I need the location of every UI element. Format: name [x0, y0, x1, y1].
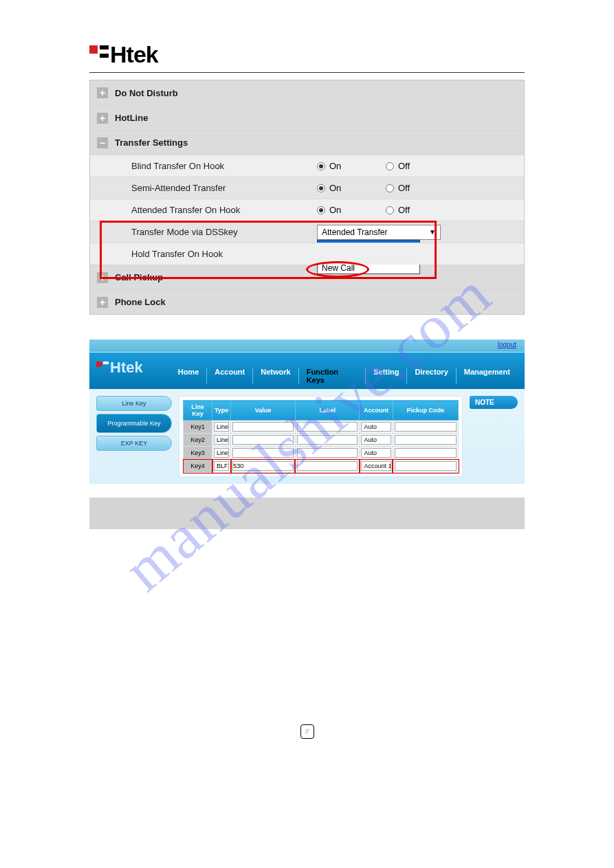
col-value: Value	[231, 401, 296, 421]
radio-on[interactable]	[317, 206, 325, 214]
accordion-title: Do Not Disturb	[115, 88, 178, 98]
value-input[interactable]	[232, 435, 294, 445]
body-text-area: #	[89, 722, 525, 739]
table-header-row: Line Key Type Value Label Account Pickup…	[184, 401, 459, 421]
note-box	[89, 498, 525, 529]
svg-rect-0	[89, 45, 98, 54]
nav-network[interactable]: Network	[253, 368, 298, 384]
radio-off[interactable]	[386, 162, 394, 170]
sidenav-exp-key[interactable]: EXP KEY	[96, 436, 172, 451]
nav-directory[interactable]: Directory	[407, 368, 456, 384]
accordion-hotline[interactable]: + HotLine	[90, 105, 524, 130]
webui-topbar: logout	[89, 340, 525, 352]
sidenav-line-key[interactable]: Line Key	[96, 396, 172, 411]
logout-link[interactable]: logout	[498, 341, 516, 348]
settings-screenshot: + Do Not Disturb + HotLine − Transfer Se…	[0, 80, 614, 315]
radio-on-label: On	[329, 205, 341, 215]
col-label: Label	[295, 401, 360, 421]
logo-text: Htek	[110, 41, 158, 68]
nav-management[interactable]: Management	[457, 368, 518, 384]
table-row: Key1LineAuto	[184, 421, 459, 434]
label-input[interactable]	[297, 422, 358, 432]
chevron-down-icon: ▼	[429, 228, 436, 236]
setting-label: Attended Transfer On Hook	[131, 205, 317, 215]
radio-off-label: Off	[398, 183, 410, 193]
accordion-title: Phone Lock	[115, 297, 166, 307]
webui-header: Htek Home Account Network Function Keys …	[89, 352, 525, 389]
svg-rect-2	[100, 54, 109, 58]
radio-off-label: Off	[398, 205, 410, 215]
document-header: Htek	[89, 41, 525, 73]
radio-on[interactable]	[317, 184, 325, 192]
pickup-input[interactable]	[395, 461, 457, 471]
webui-screenshot: logout Htek Home Account Network Functio…	[89, 340, 525, 484]
collapse-icon: −	[97, 137, 108, 148]
row-key-label: Key1	[184, 421, 212, 434]
accordion-title: HotLine	[115, 113, 148, 123]
radio-on[interactable]	[317, 162, 325, 170]
setting-blind-transfer: Blind Transfer On Hook On Off	[90, 155, 524, 177]
accordion-call-pickup[interactable]: + Call Pickup	[90, 265, 524, 289]
label-input[interactable]	[297, 461, 358, 471]
pickup-input[interactable]	[395, 448, 457, 458]
pickup-input[interactable]	[395, 435, 457, 445]
note-label: NOTE	[470, 396, 518, 409]
radio-off[interactable]	[386, 206, 394, 214]
webui-logo: Htek	[96, 359, 143, 377]
setting-transfer-mode-dsskey: Transfer Mode via DSSkey Attended Transf…	[90, 221, 524, 243]
nav-account[interactable]: Account	[207, 368, 253, 384]
setting-label: Semi-Attended Transfer	[131, 183, 317, 193]
label-input[interactable]	[297, 448, 358, 458]
accordion-do-not-disturb[interactable]: + Do Not Disturb	[90, 80, 524, 105]
col-line-key: Line Key	[184, 401, 212, 421]
radio-off-label: Off	[398, 161, 410, 171]
row-key-label: Key4	[184, 460, 212, 473]
type-select[interactable]: BLF	[214, 461, 229, 471]
type-select[interactable]: Line	[214, 448, 229, 458]
nav-home[interactable]: Home	[171, 368, 208, 384]
setting-hold-transfer: Hold Transfer On Hook	[90, 243, 524, 265]
webui-logo-text: Htek	[110, 359, 143, 377]
logo-icon	[89, 45, 109, 65]
setting-attended-transfer: Attended Transfer On Hook On Off	[90, 199, 524, 221]
label-input[interactable]	[297, 435, 358, 445]
webui-sidenav: Line Key Programmable Key EXP KEY	[96, 396, 172, 454]
account-select[interactable]: Auto	[361, 422, 391, 432]
accordion-transfer-settings[interactable]: − Transfer Settings	[90, 130, 524, 155]
setting-semi-attended: Semi-Attended Transfer On Off	[90, 177, 524, 199]
value-input[interactable]	[232, 461, 294, 471]
nav-setting[interactable]: Setting	[366, 368, 407, 384]
radio-on-label: On	[329, 161, 341, 171]
svg-rect-5	[103, 361, 109, 364]
radio-off[interactable]	[386, 184, 394, 192]
expand-icon: +	[97, 87, 108, 98]
brand-logo: Htek	[89, 41, 525, 68]
expand-icon: +	[97, 272, 108, 283]
row-key-label: Key2	[184, 434, 212, 447]
key-table-container: Line Key Type Value Label Account Pickup…	[179, 396, 463, 477]
setting-label: Blind Transfer On Hook	[131, 161, 317, 171]
table-row: Key3LineAuto	[184, 447, 459, 460]
line-key-table: Line Key Type Value Label Account Pickup…	[183, 400, 459, 473]
sidenav-programmable-key[interactable]: Programmable Key	[96, 414, 172, 433]
svg-rect-4	[96, 361, 102, 367]
account-select[interactable]: Auto	[361, 435, 391, 445]
setting-label: Hold Transfer On Hook	[131, 249, 317, 259]
row-key-label: Key3	[184, 447, 212, 460]
setting-label: Transfer Mode via DSSkey	[131, 227, 317, 237]
col-account: Account	[360, 401, 393, 421]
nav-function-keys[interactable]: Function Keys	[299, 368, 366, 384]
select-value: Attended Transfer	[322, 227, 387, 237]
type-select[interactable]: Line	[214, 422, 229, 432]
account-select[interactable]: Account 1	[361, 461, 391, 471]
transfer-mode-select[interactable]: Attended Transfer ▼	[317, 225, 441, 240]
value-input[interactable]	[232, 448, 294, 458]
value-input[interactable]	[232, 422, 294, 432]
radio-on-label: On	[329, 183, 341, 193]
account-select[interactable]: Auto	[361, 448, 391, 458]
webui-nav: Home Account Network Function Keys Setti…	[171, 368, 518, 384]
type-select[interactable]: Line	[214, 435, 229, 445]
pickup-input[interactable]	[395, 422, 457, 432]
table-row: Key4BLFAccount 1	[184, 460, 459, 473]
accordion-phone-lock[interactable]: + Phone Lock	[90, 289, 524, 314]
